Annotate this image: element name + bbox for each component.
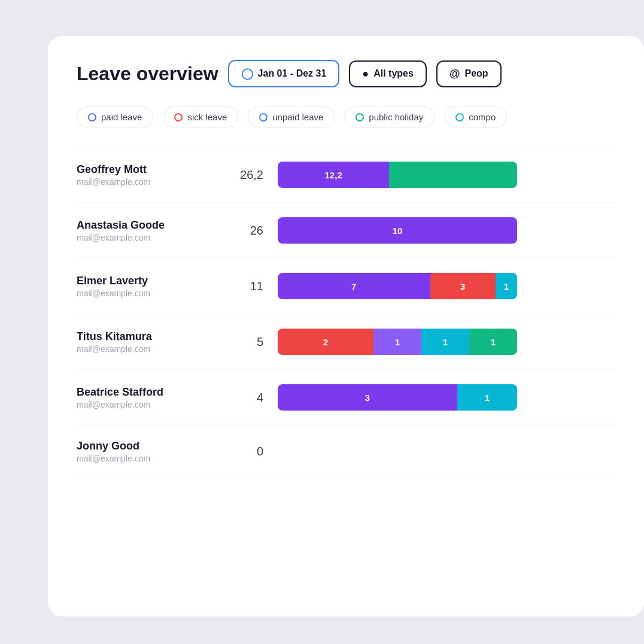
bar-segment bbox=[389, 162, 517, 188]
bar-segment: 1 bbox=[496, 273, 517, 299]
bar-segment: 12,2 bbox=[278, 162, 389, 188]
employee-info: Beatrice Stafford mail@example.com bbox=[77, 386, 220, 409]
bar-segment: 1 bbox=[421, 329, 469, 355]
employee-row: Geoffrey Mott mail@example.com 26,212,2 bbox=[48, 147, 644, 202]
employee-total: 26,2 bbox=[235, 168, 263, 182]
employee-bar: 731 bbox=[278, 273, 517, 299]
employee-total: 0 bbox=[235, 445, 263, 458]
employee-row: Anastasia Goode mail@example.com 2610 bbox=[48, 203, 644, 258]
employee-email: mail@example.com bbox=[77, 344, 220, 354]
bar-segment: 10 bbox=[278, 217, 517, 244]
legend-label-paid_leave: paid leave bbox=[101, 112, 142, 122]
employee-bar: 10 bbox=[278, 217, 517, 244]
bar-segment: 1 bbox=[373, 329, 421, 355]
employee-info: Anastasia Goode mail@example.com bbox=[77, 219, 220, 242]
legend-label-comp: compo bbox=[469, 112, 496, 122]
legend-dot-comp bbox=[455, 113, 464, 121]
bar-segment: 3 bbox=[430, 273, 496, 299]
employee-name: Titus Kitamura bbox=[77, 330, 220, 343]
employee-total: 26 bbox=[235, 224, 263, 238]
legend-item-comp[interactable]: compo bbox=[444, 107, 507, 127]
employee-info: Elmer Laverty mail@example.com bbox=[77, 275, 220, 298]
employee-row: Titus Kitamura mail@example.com 52111 bbox=[48, 314, 644, 369]
employee-email: mail@example.com bbox=[77, 288, 220, 298]
legend-item-unpaid_leave[interactable]: unpaid leave bbox=[248, 107, 335, 127]
employee-bar: 2111 bbox=[278, 329, 517, 355]
employee-name: Jonny Good bbox=[77, 440, 220, 452]
employee-email: mail@example.com bbox=[77, 454, 220, 463]
employee-info: Geoffrey Mott mail@example.com bbox=[77, 163, 220, 187]
employee-name: Elmer Laverty bbox=[77, 275, 220, 287]
employee-bar: 31 bbox=[278, 384, 517, 411]
employee-email: mail@example.com bbox=[77, 177, 220, 187]
legend-row: paid leave sick leave unpaid leave publi… bbox=[48, 107, 644, 147]
date-filter-button[interactable]: ◯ Jan 01 - Dez 31 bbox=[228, 60, 340, 87]
employee-email: mail@example.com bbox=[77, 400, 220, 409]
bar-segment: 1 bbox=[469, 329, 517, 355]
employee-total: 4 bbox=[235, 391, 263, 405]
legend-label-unpaid_leave: unpaid leave bbox=[272, 112, 323, 122]
header: Leave overview ◯ Jan 01 - Dez 31 ● All t… bbox=[48, 60, 644, 107]
clock-icon: ◯ bbox=[241, 67, 253, 80]
bar-segment: 2 bbox=[278, 329, 373, 355]
employee-name: Geoffrey Mott bbox=[77, 163, 220, 176]
page-title: Leave overview bbox=[77, 63, 218, 85]
employee-name: Anastasia Goode bbox=[77, 219, 220, 232]
legend-dot-sick_leave bbox=[174, 113, 183, 121]
employee-row: Jonny Good mail@example.com 0 bbox=[48, 426, 644, 478]
legend-item-sick_leave[interactable]: sick leave bbox=[163, 107, 238, 127]
employee-info: Titus Kitamura mail@example.com bbox=[77, 330, 220, 354]
at-icon: @ bbox=[449, 68, 460, 80]
employee-info: Jonny Good mail@example.com bbox=[77, 440, 220, 463]
main-card: Leave overview ◯ Jan 01 - Dez 31 ● All t… bbox=[48, 36, 644, 616]
employee-email: mail@example.com bbox=[77, 233, 220, 242]
bar-segment: 1 bbox=[457, 384, 517, 411]
employee-row: Beatrice Stafford mail@example.com 431 bbox=[48, 370, 644, 425]
bar-segment: 7 bbox=[278, 273, 430, 299]
legend-label-sick_leave: sick leave bbox=[187, 112, 227, 122]
employee-row: Elmer Laverty mail@example.com 11731 bbox=[48, 259, 644, 314]
legend-label-public_holiday: public holiday bbox=[369, 112, 423, 122]
employee-total: 5 bbox=[235, 335, 263, 349]
legend-dot-unpaid_leave bbox=[259, 113, 268, 121]
type-filter-button[interactable]: ● All types bbox=[349, 60, 427, 87]
legend-item-public_holiday[interactable]: public holiday bbox=[344, 107, 435, 127]
employee-bar: 12,2 bbox=[278, 162, 517, 188]
bar-segment: 3 bbox=[278, 384, 457, 411]
legend-item-paid_leave[interactable]: paid leave bbox=[77, 107, 153, 127]
circle-icon: ● bbox=[362, 68, 369, 80]
legend-dot-public_holiday bbox=[356, 113, 364, 121]
employee-total: 11 bbox=[235, 280, 263, 293]
employee-name: Beatrice Stafford bbox=[77, 386, 220, 399]
people-filter-button[interactable]: @ Peop bbox=[436, 60, 502, 87]
legend-dot-paid_leave bbox=[88, 113, 96, 121]
row-divider bbox=[77, 478, 615, 478]
